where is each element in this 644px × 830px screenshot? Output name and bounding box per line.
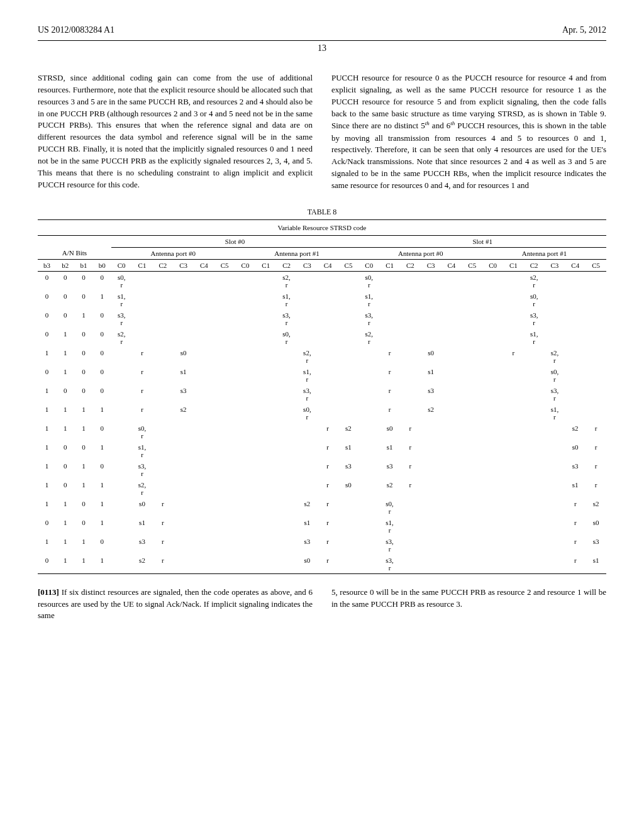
table-row: 0010s3,rs3,rs3,rs3,r — [38, 309, 606, 328]
bottom-left-column: [0113] If six distinct resources are sig… — [38, 587, 313, 622]
s1-port0: Antenna port #0 — [358, 247, 482, 259]
left-paragraph: STRSD, since additional coding gain can … — [38, 72, 313, 191]
table-row: 0100rs1s1,rrs1s0,r — [38, 366, 606, 385]
bottom-columns: [0113] If six distinct resources are sig… — [38, 587, 606, 622]
left-column: STRSD, since additional coding gain can … — [38, 72, 313, 192]
col-b2: b2 — [56, 259, 74, 271]
table-row: 0101s1rs1rs1,rrs0 — [38, 517, 606, 536]
bottom-right-column: 5, resource 0 will be in the same PUCCH … — [331, 587, 606, 622]
right-paragraph: PUCCH resource for resource 0 as the PUC… — [331, 72, 606, 192]
publication-number: US 2012/0083284 A1 — [38, 25, 114, 35]
publication-date: Apr. 5, 2012 — [562, 25, 606, 35]
table-row: 0000s0,rs2,rs0,rs2,r — [38, 271, 606, 290]
table-row: 1011s2,rrs0s2rs1r — [38, 479, 606, 498]
bottom-right-paragraph: 5, resource 0 will be in the same PUCCH … — [331, 587, 606, 611]
paragraph-number: [0113] — [38, 587, 59, 597]
table-row: 0001s1,rs1,rs1,rs0,r — [38, 290, 606, 309]
table-number: TABLE 8 — [38, 208, 606, 217]
data-table: Variable Resource STRSD code Slot #0 Slo… — [38, 219, 606, 574]
s0-port0: Antenna port #0 — [111, 247, 235, 259]
table-row: 1001s1,rrs1s1rs0r — [38, 441, 606, 460]
table-row: 1101s0rs2rs0,rrs2 — [38, 498, 606, 517]
table-row: 1000rs3s3,rrs3s3,r — [38, 385, 606, 404]
header-rule — [38, 40, 606, 41]
an-bits-header: A/N Bits — [38, 247, 111, 259]
s1-port1: Antenna port #1 — [482, 247, 606, 259]
bottom-left-paragraph: [0113] If six distinct resources are sig… — [38, 587, 313, 622]
table-row: 1010s3,rrs3s3rs3r — [38, 460, 606, 479]
table-row: 1110s3rs3rs3,rrs3 — [38, 536, 606, 555]
page-number: 13 — [38, 43, 606, 53]
col-b1: b1 — [74, 259, 92, 271]
col-b0: b0 — [93, 259, 111, 271]
table-row: 1111rs2s0,rrs2s1,r — [38, 404, 606, 423]
right-column: PUCCH resource for resource 0 as the PUC… — [331, 72, 606, 192]
table-title: Variable Resource STRSD code — [38, 219, 606, 235]
slot-0-header: Slot #0 — [111, 235, 359, 247]
body-columns: STRSD, since additional coding gain can … — [38, 72, 606, 192]
s0-port1: Antenna port #1 — [235, 247, 359, 259]
slot-1-header: Slot #1 — [358, 235, 606, 247]
page-header: US 2012/0083284 A1 Apr. 5, 2012 — [38, 25, 606, 35]
table-row: 0111s2rs0rs3,rrs1 — [38, 555, 606, 574]
col-b3: b3 — [38, 259, 56, 271]
table-row: 0100s2,rs0,rs2,rs1,r — [38, 328, 606, 347]
table-row: 1100rs0s2,rrs0rs2,r — [38, 347, 606, 366]
table-body: 0000s0,rs2,rs0,rs2,r0001s1,rs1,rs1,rs0,r… — [38, 271, 606, 573]
table-row: 1110s0,rrs2s0rs2r — [38, 423, 606, 441]
